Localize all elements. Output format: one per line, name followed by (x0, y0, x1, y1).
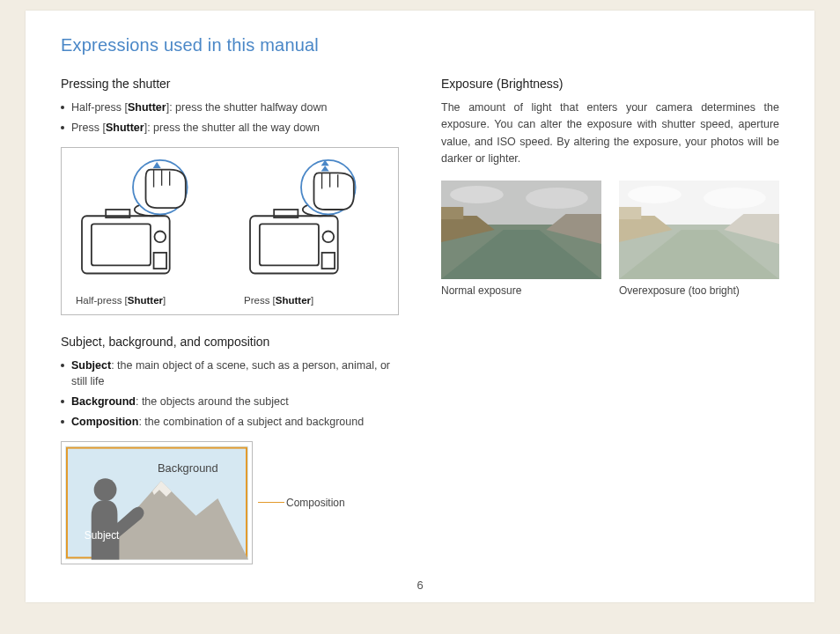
svg-point-22 (526, 188, 588, 209)
composition-callout: Composition (258, 497, 345, 509)
composition-leader-line (258, 502, 284, 503)
columns: Pressing the shutter Half-press [Shutter… (61, 77, 779, 564)
svg-point-26 (704, 188, 766, 209)
shutter-figure-box: Half-press [Shutter] (61, 147, 399, 315)
svg-rect-1 (92, 224, 151, 265)
exposure-body: The amount of light that enters your cam… (441, 100, 779, 168)
label-subject: Subject (85, 528, 120, 541)
camera-half-press: Half-press [Shutter] (70, 158, 221, 306)
subject-list: Subject: the main object of a scene, suc… (61, 358, 399, 431)
shutter-item-2: Press [Shutter]: press the shutter all t… (61, 120, 399, 136)
svg-point-18 (94, 478, 117, 501)
svg-rect-12 (322, 252, 335, 268)
photo-normal-image (441, 181, 601, 279)
shutter-heading: Pressing the shutter (61, 77, 399, 91)
shutter-list: Half-press [Shutter]: press the shutter … (61, 100, 399, 136)
composition-icon: Background Subject (65, 446, 248, 560)
svg-point-11 (322, 231, 334, 242)
svg-point-3 (154, 231, 166, 242)
composition-figure-row: Background Subject Composition (61, 441, 399, 564)
subject-heading: Subject, background, and composition (61, 335, 399, 349)
svg-point-25 (628, 186, 682, 203)
photo-over: Overexposure (too bright) (619, 181, 779, 297)
photo-over-image (619, 181, 779, 279)
svg-point-21 (450, 186, 504, 203)
composition-figure: Background Subject (61, 441, 253, 564)
photo-normal: Normal exposure (441, 181, 601, 297)
left-column: Pressing the shutter Half-press [Shutter… (61, 77, 399, 564)
subject-item-1: Subject: the main object of a scene, suc… (61, 358, 399, 391)
camera-full-press: Press [Shutter] (239, 158, 389, 306)
page-number: 6 (26, 579, 814, 592)
caption-over: Overexposure (too bright) (619, 284, 779, 297)
shutter-item-1: Half-press [Shutter]: press the shutter … (61, 100, 399, 116)
camera-full-press-icon (239, 158, 389, 286)
caption-normal: Normal exposure (441, 284, 601, 297)
caption-full-press: Press [Shutter] (239, 295, 389, 306)
svg-rect-4 (154, 252, 167, 268)
exposure-photo-row: Normal exposure (441, 181, 779, 297)
label-background: Background (158, 461, 218, 475)
subject-item-2: Background: the objects around the subje… (61, 394, 399, 410)
camera-half-press-icon (70, 158, 221, 286)
manual-page: Expressions used in this manual Pressing… (26, 11, 814, 602)
composition-label: Composition (286, 497, 345, 509)
page-title: Expressions used in this manual (61, 35, 779, 55)
subject-item-3: Composition: the combination of a subjec… (61, 414, 399, 431)
svg-rect-9 (260, 224, 319, 265)
right-column: Exposure (Brightness) The amount of ligh… (441, 77, 779, 564)
caption-half-press: Half-press [Shutter] (70, 295, 221, 306)
exposure-heading: Exposure (Brightness) (441, 77, 779, 91)
